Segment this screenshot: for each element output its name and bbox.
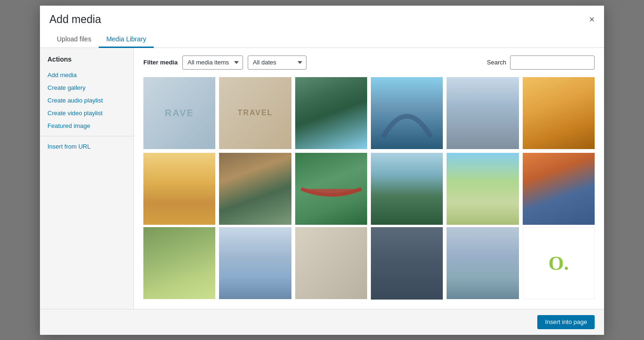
media-item[interactable] <box>295 227 367 299</box>
modal-overlay: Add media × Upload files Media Library A… <box>0 0 644 340</box>
media-item[interactable] <box>447 227 518 299</box>
modal-header: Add media × Upload files Media Library <box>40 6 604 48</box>
modal-footer: Insert into page <box>40 309 604 335</box>
media-item-image <box>447 227 518 299</box>
tab-upload[interactable]: Upload files <box>49 32 99 48</box>
media-item-image <box>295 77 367 149</box>
media-item[interactable] <box>143 227 215 299</box>
modal-body: Actions Add media Create gallery Create … <box>40 48 604 309</box>
search-input[interactable] <box>510 55 595 70</box>
logo-text: O. <box>549 252 569 275</box>
sidebar-item-create-audio-playlist[interactable]: Create audio playlist <box>40 94 134 107</box>
filter-bar: Filter media All media items Images Audi… <box>134 48 604 77</box>
media-item[interactable]: RAVE <box>143 77 215 149</box>
media-item-image <box>523 77 595 149</box>
media-item[interactable] <box>523 77 595 149</box>
sidebar-item-create-video-playlist[interactable]: Create video playlist <box>40 107 134 119</box>
hammock-svg <box>295 153 367 225</box>
tabs-bar: Upload files Media Library <box>49 32 595 47</box>
arch-svg <box>371 77 443 149</box>
media-item-image <box>295 153 367 225</box>
media-item[interactable] <box>447 77 518 149</box>
media-item-image <box>371 77 443 149</box>
media-item[interactable] <box>143 153 215 225</box>
media-item[interactable] <box>371 153 443 225</box>
media-item-image <box>219 153 291 225</box>
sidebar-item-create-gallery[interactable]: Create gallery <box>40 81 134 94</box>
media-item[interactable] <box>371 77 443 149</box>
media-item[interactable] <box>371 227 443 299</box>
media-item-image <box>219 227 291 299</box>
media-item-image <box>523 153 595 225</box>
media-item-text: TRAVEL <box>238 109 273 117</box>
media-item-image <box>371 227 443 299</box>
content-area: Filter media All media items Images Audi… <box>134 48 604 309</box>
media-item[interactable] <box>295 153 367 225</box>
media-item-image <box>143 153 215 225</box>
add-media-modal: Add media × Upload files Media Library A… <box>40 6 604 335</box>
sidebar-item-insert-from-url[interactable]: Insert from URL <box>40 140 134 153</box>
sidebar-item-featured-image[interactable]: Featured image <box>40 119 134 132</box>
media-item[interactable]: TRAVEL <box>219 77 291 149</box>
filter-label: Filter media <box>143 59 178 66</box>
media-type-select[interactable]: All media items Images Audio Video <box>182 55 243 70</box>
media-item-image <box>295 227 367 299</box>
media-grid: RAVE TRAVEL <box>134 77 604 309</box>
insert-into-page-button[interactable]: Insert into page <box>537 315 595 329</box>
media-item[interactable] <box>219 227 291 299</box>
tab-media-library[interactable]: Media Library <box>99 32 154 48</box>
media-item-image <box>143 227 215 299</box>
media-item-image <box>371 153 443 225</box>
sidebar-section-title: Actions <box>40 55 134 69</box>
sidebar: Actions Add media Create gallery Create … <box>40 48 134 309</box>
search-label: Search <box>487 59 506 66</box>
modal-title-row: Add media × <box>49 13 595 26</box>
media-item-text: RAVE <box>165 108 194 119</box>
sidebar-divider <box>40 136 134 136</box>
filter-left: Filter media All media items Images Audi… <box>143 55 306 70</box>
media-item[interactable] <box>219 153 291 225</box>
media-item[interactable] <box>447 153 518 225</box>
media-item-logo[interactable]: O. <box>523 227 595 299</box>
date-select[interactable]: All dates January 2024 February 2024 <box>248 55 306 70</box>
media-item[interactable] <box>295 77 367 149</box>
media-item-image <box>447 153 518 225</box>
media-item-image <box>447 77 518 149</box>
sidebar-item-add-media[interactable]: Add media <box>40 69 134 81</box>
modal-title: Add media <box>49 13 101 26</box>
modal-close-button[interactable]: × <box>589 15 595 24</box>
search-box: Search <box>487 55 595 70</box>
media-item[interactable] <box>523 153 595 225</box>
